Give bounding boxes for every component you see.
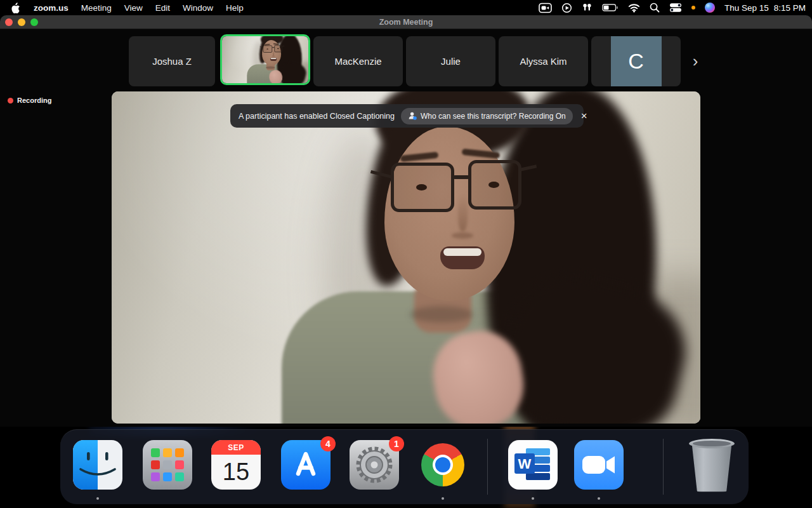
participant-tile-joshua-z[interactable]: Joshua Z bbox=[129, 36, 215, 86]
person-collar-shadow bbox=[410, 306, 473, 323]
control-center-icon[interactable] bbox=[669, 3, 682, 13]
dock-app-store-icon[interactable]: 4 bbox=[281, 440, 331, 490]
participant-tile-alyssa-kim[interactable]: Alyssa Kim bbox=[499, 36, 588, 86]
participant-avatar: C bbox=[611, 36, 662, 86]
speaker-video-feed bbox=[222, 36, 308, 83]
siri-icon[interactable] bbox=[705, 3, 715, 13]
macos-desktop: zoom.us Meeting View Edit Window Help bbox=[0, 0, 812, 508]
dock-calendar-icon[interactable]: SEP 15 bbox=[211, 440, 261, 490]
notification-dot bbox=[691, 6, 695, 10]
person-transcript-icon bbox=[408, 111, 417, 121]
dock-chrome-icon[interactable] bbox=[418, 440, 468, 490]
person-teeth bbox=[271, 58, 277, 59]
person-eye bbox=[488, 182, 499, 188]
dock-system-preferences-icon[interactable]: 1 bbox=[350, 440, 399, 490]
speaker-video-feed bbox=[112, 91, 700, 424]
participant-name: Alyssa Kim bbox=[520, 56, 566, 67]
menu-meeting[interactable]: Meeting bbox=[81, 3, 112, 13]
banner-message: A participant has enabled Closed Caption… bbox=[239, 112, 395, 121]
menu-help[interactable]: Help bbox=[226, 3, 244, 13]
clock-date: Thu Sep 15 bbox=[724, 3, 769, 13]
finder-running-dot bbox=[96, 497, 99, 500]
trash-rim-inner bbox=[693, 441, 731, 446]
dock-word-icon[interactable]: W bbox=[508, 440, 558, 490]
word-running-dot bbox=[532, 497, 534, 500]
transcript-info-button[interactable]: Who can see this transcript? Recording O… bbox=[401, 108, 573, 124]
recording-label: Recording bbox=[17, 97, 51, 104]
dock-zoom-icon[interactable] bbox=[574, 440, 624, 490]
dock-finder-icon[interactable] bbox=[73, 440, 122, 490]
speaker-video-container bbox=[112, 91, 700, 424]
dock-trash-icon[interactable] bbox=[688, 438, 738, 487]
person-eye bbox=[266, 48, 268, 49]
person-teeth bbox=[443, 248, 481, 256]
menu-bar: zoom.us Meeting View Edit Window Help bbox=[0, 0, 812, 15]
person-eye bbox=[277, 48, 278, 49]
clock-time: 8:15 PM bbox=[774, 3, 806, 13]
recording-indicator: Recording bbox=[8, 97, 51, 104]
menu-window[interactable]: Window bbox=[183, 3, 213, 13]
menu-view[interactable]: View bbox=[124, 3, 143, 13]
participant-tile-mackenzie[interactable]: MacKenzie bbox=[313, 36, 403, 86]
app-store-badge: 4 bbox=[320, 436, 336, 451]
apple-menu-icon[interactable] bbox=[11, 3, 21, 13]
spotlight-search-icon[interactable] bbox=[650, 3, 660, 13]
word-letter: W bbox=[518, 456, 532, 472]
zoom-running-dot bbox=[598, 497, 600, 500]
wifi-icon[interactable] bbox=[628, 3, 640, 13]
menubar-clock[interactable]: Thu Sep 15 8:15 PM bbox=[724, 3, 806, 13]
transcript-button-label: Who can see this transcript? Recording O… bbox=[421, 112, 566, 121]
participant-tile-julie[interactable]: Julie bbox=[406, 36, 495, 86]
person-nose bbox=[273, 50, 274, 56]
person-nose bbox=[458, 194, 468, 231]
closed-captioning-banner: A participant has enabled Closed Caption… bbox=[230, 104, 584, 128]
chrome-logo bbox=[421, 443, 464, 486]
person-glasses bbox=[272, 47, 275, 48]
main-speaker-video: A participant has enabled Closed Caption… bbox=[112, 91, 700, 424]
dock-launchpad-icon[interactable] bbox=[143, 440, 192, 490]
person-collar-shadow bbox=[266, 67, 275, 69]
airpods-icon[interactable] bbox=[582, 3, 593, 13]
participant-tile-c[interactable]: C bbox=[591, 36, 681, 86]
menubar-app-name[interactable]: zoom.us bbox=[34, 3, 69, 13]
person-glasses bbox=[453, 175, 469, 179]
dock-separator bbox=[487, 439, 488, 495]
screen-recording-camera-icon[interactable] bbox=[539, 3, 552, 13]
menu-edit[interactable]: Edit bbox=[155, 3, 170, 13]
person-eye bbox=[416, 184, 427, 190]
dock: SEP 15 4 1 bbox=[60, 429, 749, 504]
recording-dot-icon bbox=[8, 98, 13, 104]
now-playing-icon[interactable] bbox=[561, 3, 572, 13]
participant-name: MacKenzie bbox=[334, 56, 381, 67]
window-titlebar[interactable]: Zoom Meeting bbox=[0, 15, 812, 29]
avatar-letter: C bbox=[628, 49, 644, 74]
trash-body bbox=[690, 443, 733, 492]
calendar-month: SEP bbox=[211, 440, 261, 455]
dock-separator bbox=[663, 439, 664, 495]
participant-tile-active-speaker[interactable] bbox=[220, 34, 310, 85]
system-preferences-badge: 1 bbox=[389, 436, 404, 451]
active-speaker-thumbnail-video bbox=[222, 36, 308, 83]
filmstrip-next-chevron-icon[interactable]: › bbox=[688, 53, 703, 70]
participant-name: Julie bbox=[441, 56, 461, 67]
banner-close-icon[interactable]: × bbox=[581, 110, 587, 121]
battery-icon[interactable] bbox=[602, 3, 619, 13]
person-nose bbox=[452, 232, 473, 239]
window-title: Zoom Meeting bbox=[0, 15, 812, 29]
person-nose bbox=[272, 56, 275, 57]
participant-name: Joshua Z bbox=[152, 56, 192, 67]
zoom-meeting-window: Zoom Meeting Joshua Z bbox=[0, 15, 812, 427]
chrome-running-dot bbox=[442, 497, 444, 500]
calendar-day: 15 bbox=[211, 455, 261, 490]
